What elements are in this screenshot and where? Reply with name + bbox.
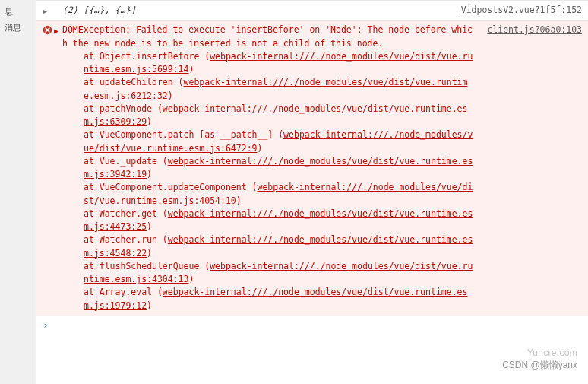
stack-frame: at Vue._update (webpack-internal:///./no… <box>62 155 475 182</box>
stack-frame: at Array.eval (webpack-internal:///./nod… <box>62 286 475 313</box>
error-message: DOMException: Failed to execute 'insertB… <box>62 24 473 48</box>
row-gutter: ▶ <box>43 4 62 17</box>
stack-frame-tail: ) <box>147 116 152 127</box>
stack-frame-at: at Watcher.get ( <box>84 208 168 219</box>
console-log-row[interactable]: ▶ (2) [{…}, {…}] VidpostsV2.vue?1f5f:152 <box>36 0 588 20</box>
stack-frame-tail: ) <box>168 90 173 101</box>
stack-frame: at updateChildren (webpack-internal:///.… <box>62 76 475 103</box>
stack-frame-tail: ) <box>147 248 152 259</box>
disclosure-triangle-icon[interactable]: ▶ <box>43 5 47 17</box>
prompt-chevron-icon: › <box>43 319 49 331</box>
watermark-csdn: CSDN @懒懒yanx <box>502 359 577 372</box>
stack-frame: at Object.insertBefore (webpack-internal… <box>62 50 475 77</box>
array-summary: [{…}, {…}] <box>84 5 136 15</box>
stack-frame-at: at flushSchedulerQueue ( <box>84 261 210 271</box>
stack-frame-at: at VueComponent.patch [as __patch__] ( <box>84 129 283 140</box>
stack-frame: at VueComponent.patch [as __patch__] (we… <box>62 129 475 155</box>
stack-frame: at Watcher.run (webpack-internal:///./no… <box>62 233 475 260</box>
stack-frame-tail: ) <box>147 169 152 179</box>
stack-frame-at: at Object.insertBefore ( <box>84 51 210 62</box>
console-error-row[interactable]: ▶ DOMException: Failed to execute 'inser… <box>36 20 588 316</box>
stack-frame-tail: ) <box>147 221 152 232</box>
stack-frame-at: at patchVnode ( <box>84 103 163 114</box>
stack-frame: at flushSchedulerQueue (webpack-internal… <box>62 260 475 287</box>
stack-frame-tail: ) <box>236 195 242 206</box>
sidebar-label-messages[interactable]: 消息 <box>0 20 36 36</box>
stack-frame-at: at Vue._update ( <box>84 156 168 167</box>
sidebar: 息 消息 <box>0 0 36 384</box>
stack-frame-at: at Watcher.run ( <box>84 234 168 245</box>
error-source-link[interactable]: client.js?06a0:103 <box>478 24 582 36</box>
stack-frame-at: at updateChildren ( <box>84 77 184 87</box>
array-count: (2) <box>62 5 78 15</box>
stack-frame-tail: ) <box>257 143 262 154</box>
console-prompt[interactable]: › <box>36 316 588 334</box>
stack-frame-tail: ) <box>147 300 152 311</box>
error-icon <box>43 25 52 39</box>
console-main: ▶ (2) [{…}, {…}] VidpostsV2.vue?1f5f:152… <box>36 0 588 384</box>
stack-frame-at: at VueComponent.updateComponent ( <box>84 182 257 192</box>
stack-frame-tail: ) <box>188 64 194 75</box>
stack-frame: at patchVnode (webpack-internal:///./nod… <box>62 103 475 129</box>
row-gutter: ▶ <box>43 24 62 39</box>
watermark-yuncre: Yuncre.com <box>527 348 577 358</box>
stack-frame: at Watcher.get (webpack-internal:///./no… <box>62 208 475 234</box>
log-content[interactable]: (2) [{…}, {…}] <box>62 4 452 17</box>
error-content[interactable]: DOMException: Failed to execute 'insertB… <box>62 24 478 313</box>
log-source-link[interactable]: VidpostsV2.vue?1f5f:152 <box>452 4 582 17</box>
stack-frame-tail: ) <box>188 274 194 284</box>
disclosure-triangle-icon[interactable]: ▶ <box>54 25 58 36</box>
stack-frame: at VueComponent.updateComponent (webpack… <box>62 181 475 208</box>
sidebar-label-1[interactable]: 息 <box>0 4 36 20</box>
stack-frame-at: at Array.eval ( <box>84 287 163 297</box>
